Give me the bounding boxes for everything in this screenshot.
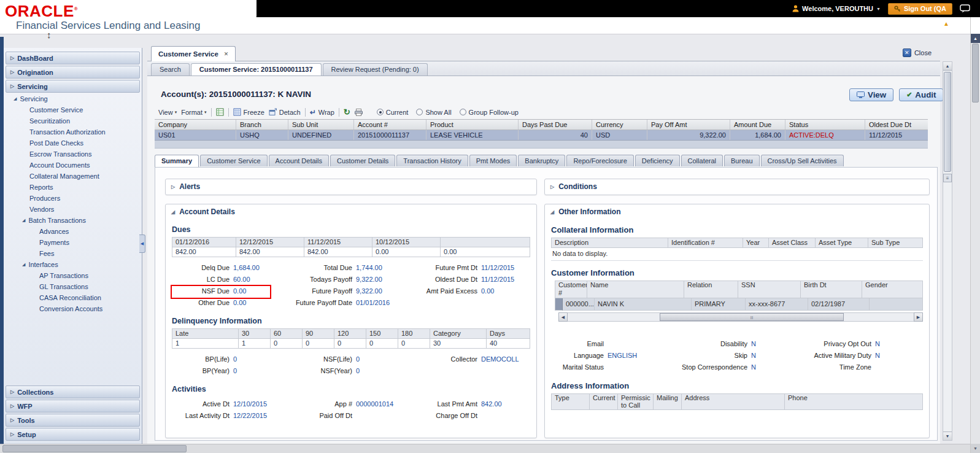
tab[interactable]: Cross/Up Sell Activities xyxy=(761,155,844,166)
sidebar-item[interactable]: ◢ Servicing xyxy=(4,93,142,104)
tab[interactable]: Collateral xyxy=(681,155,723,166)
customer-header-cell[interactable]: Name xyxy=(587,281,684,298)
tab[interactable]: Deficiency xyxy=(635,155,680,166)
scrollbar-thumb[interactable] xyxy=(2,445,187,452)
grid-header-cell[interactable]: Pay Off Amt xyxy=(647,120,730,130)
tab[interactable]: Pmt Modes xyxy=(469,155,517,166)
subtab[interactable]: Search xyxy=(151,63,190,76)
audit-button[interactable]: ✔ Audit xyxy=(899,88,943,101)
wrap-button[interactable]: ↵ Wrap xyxy=(310,108,334,117)
sidebar-item[interactable]: ◢ Interfaces xyxy=(4,259,142,270)
sidebar-item[interactable]: ▷ Tools xyxy=(6,414,140,427)
sidebar-item[interactable]: Fees xyxy=(4,248,142,259)
refresh-icon[interactable]: ↻ xyxy=(344,107,350,117)
grid-cell[interactable]: 11/12/2015 xyxy=(865,130,928,140)
sidebar-item[interactable]: Reports xyxy=(4,182,142,193)
grid-header-cell[interactable]: Days Past Due xyxy=(519,120,592,130)
customer-header-cell[interactable]: Birth Dt xyxy=(801,281,862,298)
sidebar-item[interactable]: Escrow Transactions xyxy=(4,149,142,160)
customer-cell[interactable] xyxy=(870,298,923,311)
sidebar-item[interactable]: ▷ WFP xyxy=(6,400,140,412)
grid-cell[interactable]: 40 xyxy=(519,130,592,140)
browser-vertical-scrollbar[interactable]: ▲ ▼ xyxy=(970,17,980,453)
view-menu[interactable]: View ▾ xyxy=(158,109,177,116)
conditions-panel-header[interactable]: ▷ Conditions xyxy=(545,179,929,193)
sidebar-item[interactable]: ▷ Origination xyxy=(6,66,140,79)
customer-cell[interactable]: PRIMARY xyxy=(692,298,746,311)
subtab[interactable]: Customer Service: 20151000011137 xyxy=(191,63,322,76)
alerts-panel-header[interactable]: ▷ Alerts xyxy=(166,179,536,193)
sidebar-item[interactable]: ◢ Batch Transactions xyxy=(4,215,142,226)
detach-button[interactable]: Detach xyxy=(269,108,301,116)
tab[interactable]: Repo/Foreclosure xyxy=(566,155,633,166)
tab[interactable]: Customer Details xyxy=(330,155,395,166)
sidebar-item[interactable]: AP Transactions xyxy=(4,270,142,281)
grid-cell[interactable]: USD xyxy=(592,130,647,140)
sidebar-item[interactable]: Customer Service xyxy=(4,104,142,115)
sidebar-item[interactable]: ▷ Collections xyxy=(6,385,140,398)
user-menu[interactable]: Welcome, VEROUTHU ▼ xyxy=(792,5,881,12)
tab[interactable]: Bureau xyxy=(724,155,759,166)
tab-close-icon[interactable]: ✕ xyxy=(224,51,229,57)
sidebar-item[interactable]: CASA Reconciliation xyxy=(4,292,142,303)
view-button[interactable]: View xyxy=(849,88,893,101)
scroll-left-button[interactable]: ◀ xyxy=(558,312,568,322)
scroll-up-button[interactable]: ▲ xyxy=(971,34,980,43)
scrollbar-thumb[interactable]: ||| xyxy=(660,313,844,321)
radio-option[interactable]: Group Follow-up xyxy=(460,109,519,116)
sidebar-item[interactable]: Advances xyxy=(4,226,142,237)
close-button[interactable]: ✕ Close xyxy=(903,48,932,57)
collapse-panel-arrow-icon[interactable]: ▲ xyxy=(943,20,949,27)
sidebar-item[interactable]: Collateral Management xyxy=(4,171,142,182)
scroll-up-button[interactable]: ▲ xyxy=(943,62,952,71)
browser-horizontal-scrollbar[interactable] xyxy=(0,444,970,453)
grid-header-cell[interactable]: Account # xyxy=(354,120,426,130)
subtab[interactable]: Review Request (Pending: 0) xyxy=(323,63,428,76)
customer-cell[interactable]: xx-xxx-8677 xyxy=(746,298,808,311)
tab-customer-service[interactable]: Customer Service ✕ xyxy=(151,46,236,61)
scroll-right-button[interactable]: ▶ xyxy=(914,312,923,322)
grid-header-cell[interactable]: Product xyxy=(426,120,519,130)
tab[interactable]: Customer Service xyxy=(200,155,267,166)
sidebar-item[interactable]: GL Transactions xyxy=(4,281,142,292)
sidebar-item[interactable]: Account Documents xyxy=(4,160,142,171)
other-information-header[interactable]: ◢ Other Information xyxy=(545,204,929,218)
sidebar-item[interactable]: Conversion Accounts xyxy=(4,303,142,314)
sidebar-item[interactable]: ▷ Servicing xyxy=(6,80,140,93)
grid-header-cell[interactable]: Sub Unit xyxy=(288,120,354,130)
account-details-header[interactable]: ◢ Account Details xyxy=(166,204,536,218)
sidebar-item[interactable]: ▷ DashBoard xyxy=(6,52,140,64)
scrollbar-thumb[interactable] xyxy=(972,44,979,103)
grid-selected-row[interactable]: US01USHQUNDEFINED20151000011137LEASE VEH… xyxy=(155,130,928,141)
sidebar-item[interactable]: Vendors xyxy=(4,204,142,215)
tab[interactable]: Account Details xyxy=(269,155,329,166)
customer-header-cell[interactable]: Gender xyxy=(862,281,923,298)
sidebar-collapse-handle[interactable]: ◀ xyxy=(139,234,145,253)
sidebar-item[interactable]: Payments xyxy=(4,237,142,248)
customer-header-cell[interactable]: Customer # xyxy=(555,281,587,298)
radio-option[interactable]: Show All xyxy=(416,109,451,116)
scroll-down-button[interactable]: ▼ xyxy=(971,444,980,453)
format-menu[interactable]: Format ▾ xyxy=(181,109,206,116)
tab[interactable]: Summary xyxy=(155,155,199,167)
sidebar-item[interactable]: Post Date Checks xyxy=(4,137,142,149)
customer-cell[interactable]: 02/12/1987 xyxy=(808,298,870,311)
chat-icon[interactable] xyxy=(960,4,970,13)
grid-cell[interactable]: 1,684.00 xyxy=(730,130,785,140)
tab[interactable]: Transaction History xyxy=(396,155,468,166)
grid-cell[interactable]: UNDEFINED xyxy=(288,130,354,140)
customer-row[interactable]: 000000...NAVIN KPRIMARYxx-xxx-867702/12/… xyxy=(555,298,923,311)
customer-header-cell[interactable]: SSN xyxy=(738,281,801,298)
sidebar-item[interactable]: Producers xyxy=(4,193,142,204)
row-selector-cell[interactable] xyxy=(555,298,563,311)
radio-option[interactable]: Current xyxy=(377,109,409,116)
grid-header-cell[interactable]: Oldest Due Dt xyxy=(865,120,928,130)
scroll-down-button[interactable]: ▼ xyxy=(943,432,952,440)
export-to-excel-icon[interactable] xyxy=(216,108,224,116)
grid-cell[interactable]: 9,322.00 xyxy=(647,130,730,140)
print-icon[interactable] xyxy=(355,109,363,116)
sidebar-item[interactable] xyxy=(4,314,142,385)
tab[interactable]: Bankruptcy xyxy=(518,155,565,166)
grid-header-cell[interactable]: Amount Due xyxy=(730,120,785,130)
freeze-button[interactable]: Freeze xyxy=(233,108,264,116)
